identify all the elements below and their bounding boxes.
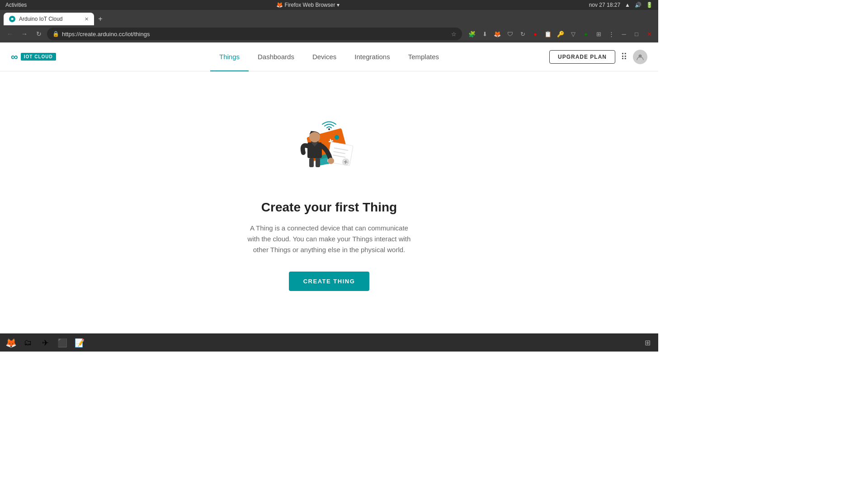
extensions-icon[interactable]: 🧩 <box>467 28 477 39</box>
taskbar-telegram-icon[interactable]: ✈ <box>38 336 52 350</box>
svg-rect-23 <box>316 158 320 167</box>
taskbar-grid-icon[interactable]: ⊞ <box>640 336 655 350</box>
empty-state-heading: Create your first Thing <box>261 200 397 215</box>
svg-point-21 <box>328 158 334 164</box>
nav-tab-integrations[interactable]: Integrations <box>345 43 399 71</box>
iot-cloud-badge: IOT CLOUD <box>21 53 56 61</box>
address-bar-row: ← → ↻ 🔒 https://create.arduino.cc/iot/th… <box>0 25 658 42</box>
apps-grid-icon[interactable]: ⠿ <box>621 52 627 62</box>
address-bar[interactable]: 🔒 https://create.arduino.cc/iot/things ☆ <box>47 28 462 40</box>
window-max[interactable]: □ <box>631 28 642 39</box>
security-icon: 🔒 <box>52 31 59 37</box>
nav-tab-dashboards[interactable]: Dashboards <box>249 43 303 71</box>
new-tab-button[interactable]: + <box>94 13 107 25</box>
grid-addon-icon[interactable]: ⊞ <box>593 28 604 39</box>
firefox-icon[interactable]: 🦊 <box>492 28 503 39</box>
header-actions: UPGRADE PLAN ⠿ <box>549 50 647 64</box>
browser-label: 🦊 Firefox Web Browser ▾ <box>276 2 340 8</box>
activities-label[interactable]: Activities <box>5 2 27 8</box>
addon2-icon[interactable]: 📋 <box>542 28 553 39</box>
os-bar: Activities 🦊 Firefox Web Browser ▾ nov 2… <box>0 0 658 10</box>
nav-tab-things[interactable]: Things <box>210 43 249 71</box>
taskbar-right: ⊞ <box>640 336 655 350</box>
nav-tab-devices[interactable]: Devices <box>303 43 345 71</box>
taskbar-files-icon[interactable]: 🗂 <box>21 336 35 350</box>
green-addon-icon[interactable]: ● <box>580 28 591 39</box>
filter-icon[interactable]: ▽ <box>568 28 579 39</box>
app-header: ∞ IOT CLOUD Things Dashboards Devices In… <box>0 42 658 71</box>
svg-point-1 <box>328 128 330 130</box>
svg-rect-22 <box>309 158 314 167</box>
empty-state-description: A Thing is a connected device that can c… <box>243 223 415 255</box>
taskbar: 🦊 🗂 ✈ ⬛ 📝 ⊞ <box>0 333 658 352</box>
datetime: nov 27 18:27 <box>589 2 620 8</box>
back-button[interactable]: ← <box>4 28 16 40</box>
volume-icon: 🔊 <box>635 2 642 8</box>
forward-button[interactable]: → <box>18 28 31 40</box>
logo-area: ∞ IOT CLOUD <box>11 51 101 63</box>
empty-state-illustration <box>284 114 374 187</box>
taskbar-app-icon[interactable]: 📝 <box>72 336 87 350</box>
battery-icon: 🔋 <box>646 2 653 8</box>
tab-close-button[interactable]: ✕ <box>85 16 89 22</box>
download-icon[interactable]: ⬇ <box>479 28 490 39</box>
wifi-icon: ▲ <box>625 2 630 8</box>
sync-icon[interactable]: ↻ <box>517 28 528 39</box>
taskbar-firefox-icon[interactable]: 🦊 <box>4 336 18 350</box>
upgrade-plan-button[interactable]: UPGRADE PLAN <box>549 50 615 64</box>
tab-favicon <box>9 16 15 22</box>
bookmark-icon[interactable]: ☆ <box>451 31 457 38</box>
arduino-logo[interactable]: ∞ IOT CLOUD <box>11 51 56 63</box>
app-content: ∞ IOT CLOUD Things Dashboards Devices In… <box>0 42 658 333</box>
browser-actions: 🧩 ⬇ 🦊 🛡 ↻ ● 📋 🔑 ▽ ● ⊞ ⋮ ─ □ ✕ <box>467 28 655 39</box>
nav-tab-templates[interactable]: Templates <box>399 43 448 71</box>
addon1-icon[interactable]: ● <box>530 28 541 39</box>
arduino-infinity-icon: ∞ <box>11 51 18 63</box>
shield-icon[interactable]: 🛡 <box>505 28 515 39</box>
taskbar-terminal-icon[interactable]: ⬛ <box>55 336 70 350</box>
refresh-button[interactable]: ↻ <box>33 28 45 40</box>
tab-title: Arduino IoT Cloud <box>19 16 63 22</box>
url-text: https://create.arduino.cc/iot/things <box>62 31 150 38</box>
user-avatar[interactable] <box>633 50 647 64</box>
main-content: Create your first Thing A Thing is a con… <box>0 71 658 333</box>
create-thing-button[interactable]: CREATE THING <box>289 272 370 291</box>
browser-tab[interactable]: Arduino IoT Cloud ✕ <box>4 13 94 25</box>
window-close[interactable]: ✕ <box>644 28 655 39</box>
window-min[interactable]: ─ <box>618 28 629 39</box>
addon3-icon[interactable]: 🔑 <box>555 28 566 39</box>
nav-tabs: Things Dashboards Devices Integrations T… <box>210 42 448 71</box>
menu-addon-icon[interactable]: ⋮ <box>606 28 617 39</box>
tab-bar: Arduino IoT Cloud ✕ + <box>0 10 658 25</box>
